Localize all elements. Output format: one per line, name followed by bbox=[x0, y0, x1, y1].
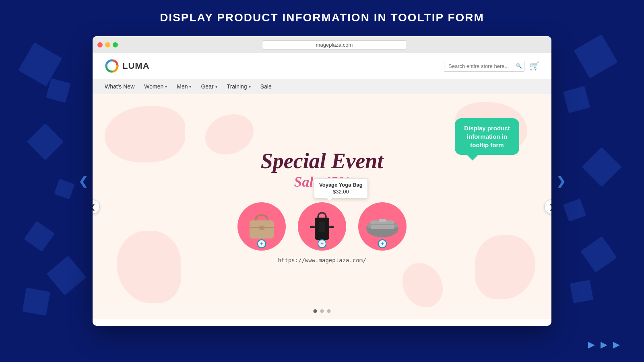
browser-chrome: mageplaza.com bbox=[93, 36, 551, 53]
nav-item-whats-new[interactable]: What's New bbox=[105, 83, 134, 90]
dot-1[interactable] bbox=[314, 309, 317, 313]
luma-logo-icon bbox=[105, 59, 119, 73]
traffic-light-yellow[interactable] bbox=[105, 42, 110, 47]
women-chevron-icon: ▾ bbox=[165, 84, 167, 89]
search-wrapper: 🔍 bbox=[444, 61, 524, 72]
store-main: Display product information in tooltip f… bbox=[93, 94, 551, 319]
product-circle-1: + bbox=[237, 202, 286, 251]
training-chevron-icon: ▾ bbox=[249, 84, 251, 89]
product-2-plus-btn[interactable]: + bbox=[318, 239, 326, 248]
bottom-arrow-3[interactable]: ▶ bbox=[613, 339, 620, 350]
nav-item-women[interactable]: Women ▾ bbox=[144, 83, 167, 90]
product-circle-3: + bbox=[358, 202, 407, 251]
svg-rect-10 bbox=[319, 222, 325, 232]
nav-item-training[interactable]: Training ▾ bbox=[227, 83, 251, 90]
dot-3[interactable] bbox=[327, 309, 331, 313]
outer-arrow-right[interactable]: ❯ bbox=[556, 175, 566, 188]
product-tooltip: Voyage Yoga Bag $32.00 bbox=[314, 178, 368, 198]
slider: Display product information in tooltip f… bbox=[93, 94, 551, 319]
gear-chevron-icon: ▾ bbox=[215, 84, 217, 89]
men-chevron-icon: ▾ bbox=[189, 84, 191, 89]
store-nav: What's New Women ▾ Men ▾ Gear ▾ Training… bbox=[93, 79, 551, 94]
traffic-light-red[interactable] bbox=[97, 42, 103, 47]
slide-1: Display product information in tooltip f… bbox=[93, 94, 551, 319]
svg-point-4 bbox=[261, 227, 262, 228]
address-bar[interactable]: mageplaza.com bbox=[262, 40, 407, 49]
bottom-arrow-2[interactable]: ▶ bbox=[601, 339, 607, 350]
svg-rect-17 bbox=[394, 224, 398, 228]
tooltip-product-price: $32.00 bbox=[319, 189, 363, 195]
slide-url: https://www.mageplaza.com/ bbox=[101, 257, 543, 263]
product-3-image bbox=[363, 212, 402, 241]
product-1-plus-btn[interactable]: + bbox=[257, 239, 266, 248]
search-icon[interactable]: 🔍 bbox=[516, 63, 522, 69]
nav-item-men[interactable]: Men ▾ bbox=[177, 83, 191, 90]
nav-item-gear[interactable]: Gear ▾ bbox=[201, 83, 217, 90]
svg-rect-15 bbox=[379, 219, 386, 222]
product-3-plus-btn[interactable]: + bbox=[378, 239, 387, 248]
store-header: LUMA 🔍 🛒 bbox=[93, 53, 551, 79]
logo-text: LUMA bbox=[122, 61, 150, 71]
traffic-light-green[interactable] bbox=[113, 42, 118, 47]
dot-2[interactable] bbox=[320, 309, 324, 313]
product-2-image bbox=[306, 210, 338, 244]
speech-bubble: Display product information in tooltip f… bbox=[455, 118, 519, 155]
search-input[interactable] bbox=[444, 61, 524, 72]
slider-dots bbox=[314, 309, 331, 313]
product-1-image bbox=[244, 210, 280, 243]
browser-window: mageplaza.com LUMA 🔍 🛒 What's bbox=[93, 36, 551, 326]
product-circles: + Voyage Yoga Bag $32.00 bbox=[101, 202, 543, 251]
tooltip-product-name: Voyage Yoga Bag bbox=[319, 182, 363, 188]
slide-content: Special Event Sale 45% bbox=[93, 142, 551, 272]
svg-rect-16 bbox=[367, 224, 371, 228]
nav-item-sale[interactable]: Sale bbox=[260, 83, 272, 90]
outer-arrow-left[interactable]: ❮ bbox=[78, 175, 88, 188]
header-right: 🔍 🛒 bbox=[444, 61, 539, 72]
traffic-lights bbox=[97, 42, 118, 47]
product-circle-2: Voyage Yoga Bag $32.00 bbox=[298, 202, 346, 251]
bottom-arrow-1[interactable]: ▶ bbox=[588, 339, 595, 350]
page-title: DISPLAY PRODUCT INFORMATION IN TOOLTIP F… bbox=[0, 11, 644, 24]
cart-icon[interactable]: 🛒 bbox=[529, 61, 539, 71]
logo-area: LUMA bbox=[105, 59, 150, 73]
tooltip-arrow bbox=[326, 198, 333, 201]
